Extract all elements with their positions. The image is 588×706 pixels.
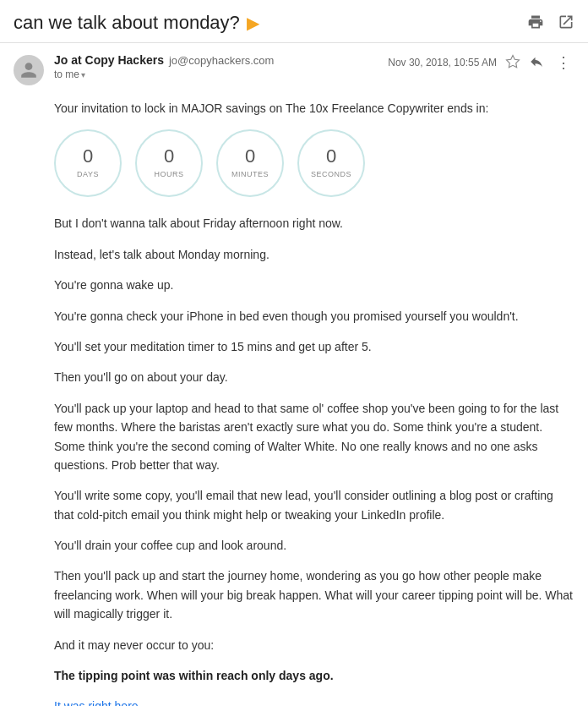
- avatar: [14, 55, 44, 85]
- top-action-buttons: [527, 14, 574, 33]
- subject-area: can we talk about monday? ▶: [14, 12, 259, 34]
- countdown-hours-label: HOURS: [154, 168, 183, 180]
- meta-icons: ⋮: [505, 53, 574, 72]
- paragraph-1: But I don't wanna talk about Friday afte…: [54, 214, 574, 233]
- countdown-days-number: 0: [83, 147, 93, 166]
- sender-name: Jo at Copy Hackers: [54, 53, 164, 67]
- paragraph-3: You're gonna wake up.: [54, 276, 574, 294]
- paragraph-link: It was right here: [54, 697, 574, 706]
- it-was-right-here-link[interactable]: It was right here: [54, 699, 139, 706]
- email-body: Your invitation to lock in MAJOR savings…: [0, 92, 588, 706]
- print-icon[interactable]: [527, 14, 544, 33]
- countdown-minutes: 0 MINUTES: [216, 129, 284, 197]
- subject-arrow-icon: ▶: [247, 13, 259, 33]
- countdown-hours-number: 0: [164, 147, 174, 166]
- countdown-minutes-number: 0: [245, 147, 255, 166]
- email-header: Jo at Copy Hackers jo@copyhackers.com to…: [0, 43, 588, 92]
- countdown-days-label: DAYS: [77, 168, 99, 180]
- to-me-dropdown[interactable]: to me ▾: [54, 68, 274, 80]
- star-icon[interactable]: [505, 54, 520, 72]
- paragraph-2: Instead, let's talk about Monday morning…: [54, 245, 574, 264]
- countdown-seconds: 0 SECONDS: [297, 129, 365, 197]
- paragraph-6: Then you'll go on about your day.: [54, 368, 574, 386]
- intro-text: Your invitation to lock in MAJOR savings…: [54, 99, 574, 118]
- paragraph-10: Then you'll pack up and start the journe…: [54, 566, 574, 623]
- sender-info: Jo at Copy Hackers jo@copyhackers.com to…: [54, 53, 274, 80]
- sender-name-row: Jo at Copy Hackers jo@copyhackers.com: [54, 53, 274, 67]
- sender-section: Jo at Copy Hackers jo@copyhackers.com to…: [14, 53, 274, 85]
- email-meta-right: Nov 30, 2018, 10:55 AM ⋮: [388, 53, 574, 72]
- countdown-days: 0 DAYS: [54, 129, 122, 197]
- email-subject: can we talk about monday?: [14, 12, 240, 34]
- paragraph-8: You'll write some copy, you'll email tha…: [54, 486, 574, 524]
- reply-icon[interactable]: [529, 54, 544, 72]
- paragraph-11: And it may never occur to you:: [54, 636, 574, 654]
- to-me-label: to me: [54, 68, 79, 80]
- top-bar: can we talk about monday? ▶: [0, 0, 588, 43]
- to-me-arrow-icon: ▾: [81, 70, 85, 79]
- email-date: Nov 30, 2018, 10:55 AM: [388, 57, 497, 68]
- countdown-hours: 0 HOURS: [135, 129, 203, 197]
- paragraph-7: You'll pack up your laptop and head to t…: [54, 399, 574, 475]
- countdown-minutes-label: MINUTES: [231, 168, 269, 180]
- paragraph-bold-tipping-point: The tipping point was within reach only …: [54, 666, 574, 685]
- sender-email: jo@copyhackers.com: [169, 54, 274, 67]
- countdown-container: 0 DAYS 0 HOURS 0 MINUTES 0 SECONDS: [54, 129, 574, 197]
- paragraph-9: You'll drain your coffee cup and look ar…: [54, 536, 574, 555]
- countdown-seconds-label: SECONDS: [311, 168, 351, 180]
- paragraph-4: You're gonna check your iPhone in bed ev…: [54, 307, 574, 326]
- paragraph-5: You'll set your meditation timer to 15 m…: [54, 337, 574, 356]
- countdown-seconds-number: 0: [326, 147, 336, 166]
- more-options-icon[interactable]: ⋮: [553, 53, 574, 72]
- open-new-window-icon[interactable]: [558, 14, 574, 33]
